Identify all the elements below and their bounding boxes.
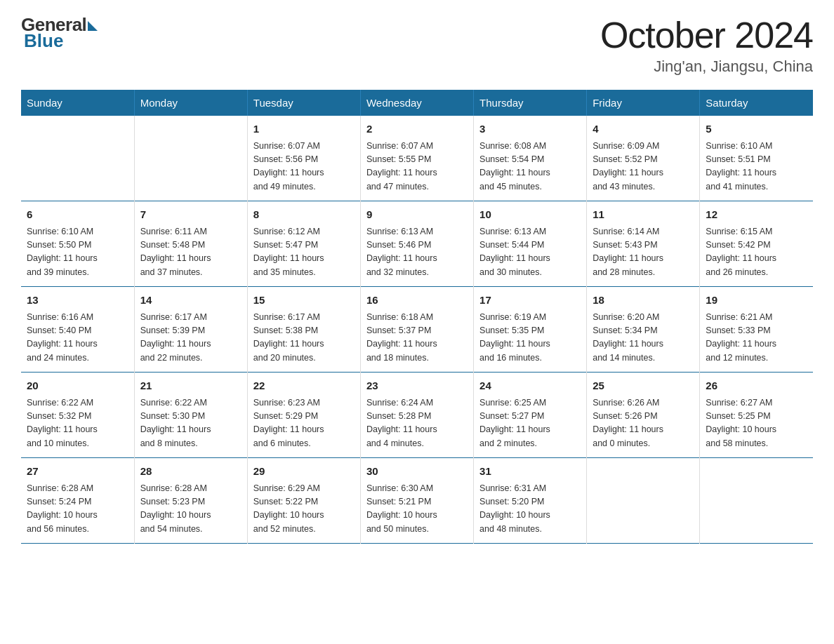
day-number: 12: [706, 207, 807, 223]
calendar-cell: 5Sunrise: 6:10 AM Sunset: 5:51 PM Daylig…: [700, 116, 813, 201]
calendar-cell: 7Sunrise: 6:11 AM Sunset: 5:48 PM Daylig…: [134, 201, 247, 287]
logo-blue-text: Blue: [24, 30, 63, 52]
calendar-week-row: 6Sunrise: 6:10 AM Sunset: 5:50 PM Daylig…: [21, 201, 813, 287]
calendar-cell: 20Sunrise: 6:22 AM Sunset: 5:32 PM Dayli…: [21, 373, 134, 458]
calendar-cell: 27Sunrise: 6:28 AM Sunset: 5:24 PM Dayli…: [21, 458, 134, 544]
day-info: Sunrise: 6:31 AM Sunset: 5:20 PM Dayligh…: [479, 482, 581, 537]
calendar-cell: 19Sunrise: 6:21 AM Sunset: 5:33 PM Dayli…: [700, 287, 813, 373]
calendar-week-row: 27Sunrise: 6:28 AM Sunset: 5:24 PM Dayli…: [21, 458, 813, 544]
day-info: Sunrise: 6:16 AM Sunset: 5:40 PM Dayligh…: [27, 311, 128, 365]
day-number: 28: [140, 464, 241, 480]
logo-triangle-icon: [88, 21, 98, 31]
day-info: Sunrise: 6:07 AM Sunset: 5:56 PM Dayligh…: [253, 140, 355, 194]
day-number: 1: [253, 121, 355, 137]
weekday-header: Monday: [134, 90, 247, 116]
day-info: Sunrise: 6:28 AM Sunset: 5:24 PM Dayligh…: [27, 482, 128, 537]
month-title: October 2024: [600, 14, 813, 56]
calendar-table: SundayMondayTuesdayWednesdayThursdayFrid…: [21, 90, 813, 544]
day-number: 4: [593, 121, 694, 137]
day-number: 30: [366, 464, 468, 480]
weekday-header: Saturday: [700, 90, 813, 116]
calendar-cell: 10Sunrise: 6:13 AM Sunset: 5:44 PM Dayli…: [474, 201, 587, 287]
day-number: 19: [706, 293, 807, 309]
calendar-cell: [21, 116, 134, 201]
day-info: Sunrise: 6:21 AM Sunset: 5:33 PM Dayligh…: [706, 311, 807, 365]
calendar-cell: 12Sunrise: 6:15 AM Sunset: 5:42 PM Dayli…: [700, 201, 813, 287]
day-number: 23: [366, 378, 468, 394]
location-text: Jing'an, Jiangsu, China: [600, 58, 813, 76]
day-number: 5: [706, 121, 807, 137]
day-info: Sunrise: 6:11 AM Sunset: 5:48 PM Dayligh…: [140, 225, 241, 280]
day-info: Sunrise: 6:12 AM Sunset: 5:47 PM Dayligh…: [253, 225, 355, 280]
calendar-cell: 25Sunrise: 6:26 AM Sunset: 5:26 PM Dayli…: [587, 373, 700, 458]
calendar-cell: 9Sunrise: 6:13 AM Sunset: 5:46 PM Daylig…: [360, 201, 473, 287]
calendar-cell: 30Sunrise: 6:30 AM Sunset: 5:21 PM Dayli…: [360, 458, 473, 544]
calendar-cell: 23Sunrise: 6:24 AM Sunset: 5:28 PM Dayli…: [360, 373, 473, 458]
day-number: 27: [27, 464, 128, 480]
day-number: 24: [479, 378, 581, 394]
day-info: Sunrise: 6:24 AM Sunset: 5:28 PM Dayligh…: [366, 396, 468, 451]
day-info: Sunrise: 6:22 AM Sunset: 5:32 PM Dayligh…: [27, 396, 128, 451]
day-info: Sunrise: 6:18 AM Sunset: 5:37 PM Dayligh…: [366, 311, 468, 365]
day-info: Sunrise: 6:25 AM Sunset: 5:27 PM Dayligh…: [479, 396, 581, 451]
day-info: Sunrise: 6:09 AM Sunset: 5:52 PM Dayligh…: [593, 140, 694, 194]
calendar-cell: 29Sunrise: 6:29 AM Sunset: 5:22 PM Dayli…: [247, 458, 360, 544]
day-number: 11: [593, 207, 694, 223]
calendar-week-row: 20Sunrise: 6:22 AM Sunset: 5:32 PM Dayli…: [21, 373, 813, 458]
day-number: 9: [366, 207, 468, 223]
weekday-header: Sunday: [21, 90, 134, 116]
logo: General Blue: [21, 14, 98, 52]
day-number: 29: [253, 464, 355, 480]
weekday-header: Wednesday: [360, 90, 473, 116]
day-number: 16: [366, 293, 468, 309]
day-number: 10: [479, 207, 581, 223]
weekday-header: Tuesday: [247, 90, 360, 116]
calendar-cell: 14Sunrise: 6:17 AM Sunset: 5:39 PM Dayli…: [134, 287, 247, 373]
day-number: 21: [140, 378, 241, 394]
day-info: Sunrise: 6:23 AM Sunset: 5:29 PM Dayligh…: [253, 396, 355, 451]
day-number: 17: [479, 293, 581, 309]
calendar-cell: 21Sunrise: 6:22 AM Sunset: 5:30 PM Dayli…: [134, 373, 247, 458]
day-info: Sunrise: 6:15 AM Sunset: 5:42 PM Dayligh…: [706, 225, 807, 280]
day-number: 15: [253, 293, 355, 309]
page-header: General Blue October 2024 Jing'an, Jiang…: [21, 14, 813, 76]
weekday-header-row: SundayMondayTuesdayWednesdayThursdayFrid…: [21, 90, 813, 116]
day-info: Sunrise: 6:19 AM Sunset: 5:35 PM Dayligh…: [479, 311, 581, 365]
calendar-week-row: 1Sunrise: 6:07 AM Sunset: 5:56 PM Daylig…: [21, 116, 813, 201]
day-info: Sunrise: 6:07 AM Sunset: 5:55 PM Dayligh…: [366, 140, 468, 194]
day-number: 18: [593, 293, 694, 309]
day-info: Sunrise: 6:10 AM Sunset: 5:51 PM Dayligh…: [706, 140, 807, 194]
day-info: Sunrise: 6:22 AM Sunset: 5:30 PM Dayligh…: [140, 396, 241, 451]
calendar-cell: 17Sunrise: 6:19 AM Sunset: 5:35 PM Dayli…: [474, 287, 587, 373]
day-info: Sunrise: 6:10 AM Sunset: 5:50 PM Dayligh…: [27, 225, 128, 280]
day-number: 6: [27, 207, 128, 223]
day-number: 14: [140, 293, 241, 309]
day-info: Sunrise: 6:29 AM Sunset: 5:22 PM Dayligh…: [253, 482, 355, 537]
calendar-cell: 2Sunrise: 6:07 AM Sunset: 5:55 PM Daylig…: [360, 116, 473, 201]
calendar-cell: 31Sunrise: 6:31 AM Sunset: 5:20 PM Dayli…: [474, 458, 587, 544]
calendar-cell: 8Sunrise: 6:12 AM Sunset: 5:47 PM Daylig…: [247, 201, 360, 287]
calendar-cell: 22Sunrise: 6:23 AM Sunset: 5:29 PM Dayli…: [247, 373, 360, 458]
calendar-week-row: 13Sunrise: 6:16 AM Sunset: 5:40 PM Dayli…: [21, 287, 813, 373]
title-section: October 2024 Jing'an, Jiangsu, China: [600, 14, 813, 76]
weekday-header: Friday: [587, 90, 700, 116]
calendar-cell: 1Sunrise: 6:07 AM Sunset: 5:56 PM Daylig…: [247, 116, 360, 201]
day-info: Sunrise: 6:13 AM Sunset: 5:46 PM Dayligh…: [366, 225, 468, 280]
calendar-cell: 15Sunrise: 6:17 AM Sunset: 5:38 PM Dayli…: [247, 287, 360, 373]
day-number: 31: [479, 464, 581, 480]
calendar-cell: 28Sunrise: 6:28 AM Sunset: 5:23 PM Dayli…: [134, 458, 247, 544]
day-number: 8: [253, 207, 355, 223]
calendar-cell: [700, 458, 813, 544]
day-number: 25: [593, 378, 694, 394]
calendar-cell: 16Sunrise: 6:18 AM Sunset: 5:37 PM Dayli…: [360, 287, 473, 373]
day-info: Sunrise: 6:08 AM Sunset: 5:54 PM Dayligh…: [479, 140, 581, 194]
calendar-cell: 11Sunrise: 6:14 AM Sunset: 5:43 PM Dayli…: [587, 201, 700, 287]
day-number: 13: [27, 293, 128, 309]
calendar-cell: [587, 458, 700, 544]
day-info: Sunrise: 6:17 AM Sunset: 5:38 PM Dayligh…: [253, 311, 355, 365]
day-info: Sunrise: 6:20 AM Sunset: 5:34 PM Dayligh…: [593, 311, 694, 365]
day-info: Sunrise: 6:27 AM Sunset: 5:25 PM Dayligh…: [706, 396, 807, 451]
calendar-cell: 3Sunrise: 6:08 AM Sunset: 5:54 PM Daylig…: [474, 116, 587, 201]
day-info: Sunrise: 6:28 AM Sunset: 5:23 PM Dayligh…: [140, 482, 241, 537]
day-number: 7: [140, 207, 241, 223]
